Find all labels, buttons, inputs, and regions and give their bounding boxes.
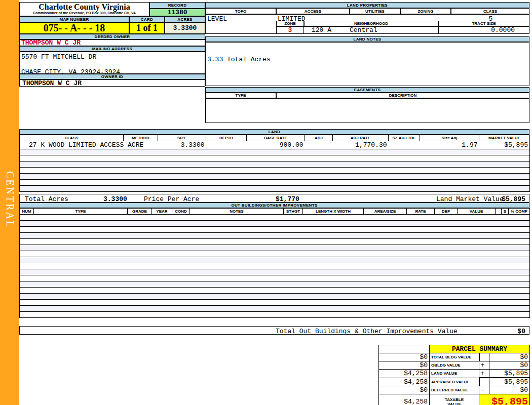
total-acres-value: 3.3300	[103, 195, 127, 203]
ps-value-total-bldg: $0	[489, 353, 530, 361]
ps-prior-land: $4,258	[379, 370, 430, 378]
land-col-adj: ADJ	[305, 135, 333, 141]
empty-row	[20, 180, 530, 186]
land-data-row: 27 K WOOD LIMITED ACCESS ACRE 3.3300 900…	[20, 141, 530, 149]
out-buildings-table: NUM TYPE GRADE YEAR COND NOTES STHGT LEN…	[19, 208, 530, 318]
ps-label-total-bldg: TOTAL BLDG VALUE	[430, 353, 479, 361]
map-number-value: 075- - A- - - 18	[19, 22, 129, 34]
ps-label-obldg: OBLDG VALUE	[430, 361, 479, 370]
ob-col-sthgt: STHGT	[284, 209, 303, 215]
ob-col-cond: COND	[172, 209, 190, 215]
land-col-class: CLASS	[20, 135, 124, 141]
out-buildings-header-row: NUM TYPE GRADE YEAR COND NOTES STHGT LEN…	[20, 209, 530, 215]
ps-prior-total-bldg: $0	[379, 353, 430, 361]
acres-value: 3.3300	[165, 22, 205, 34]
easement-description-label: DESCRIPTION	[276, 93, 529, 98]
empty-row	[20, 221, 530, 227]
ps-label-taxable-line1: TAXABLE	[431, 397, 477, 402]
land-notes-box: 3.33 Total Acres	[205, 42, 529, 86]
ob-col-area-size: AREA/SIZE	[364, 209, 407, 215]
out-buildings-total-label: Total Out Buildings & Other Improvements…	[276, 328, 458, 335]
acres-label: ACRES	[165, 16, 205, 22]
land-adj-rate-value: 1,770.30	[333, 141, 389, 149]
ps-value-taxable: $5,895	[479, 394, 530, 405]
empty-row	[20, 300, 530, 306]
land-col-base-rate: BASE RATE	[247, 135, 305, 141]
ps-op-land: +	[479, 370, 489, 378]
ob-col-dep: DEP	[435, 209, 458, 215]
land-col-depth: DEPTH	[206, 135, 247, 141]
card-label: CARD	[129, 16, 165, 22]
ob-col-value: VALUE	[458, 209, 496, 215]
card-value: 1 of 1	[129, 22, 165, 34]
access-label: ACCESS	[276, 8, 350, 14]
record-label: RECORD	[149, 2, 205, 9]
ob-col-s: S	[502, 209, 509, 215]
ob-col-type: TYPE	[34, 209, 128, 215]
land-depth-value	[206, 141, 247, 149]
land-base-rate-value: 900.00	[247, 141, 305, 149]
empty-row	[20, 251, 530, 257]
ps-label-deferred: DEFERRED VALUE	[430, 386, 479, 394]
land-market-value: $5,895	[479, 141, 530, 149]
ps-row-total-bldg: $0 TOTAL BLDG VALUE $0	[379, 353, 530, 361]
ob-col-pct-comp: % COMP	[509, 209, 530, 215]
empty-row	[20, 155, 530, 161]
land-table-title: LAND	[19, 129, 529, 135]
empty-row	[20, 168, 530, 174]
ps-prior-deferred: $0	[379, 386, 430, 394]
land-sz-adj-tbl-value	[389, 141, 420, 149]
address-line-1: 5570 FT MITCHELL DR	[21, 53, 205, 61]
land-note: 3.33 Total Acres	[207, 56, 529, 63]
ps-label-taxable: TAXABLE VALUE	[430, 394, 479, 405]
district-label: CENTRAL	[4, 171, 16, 228]
empty-row	[20, 227, 530, 233]
ps-value-land: $5,895	[489, 370, 530, 378]
empty-row	[20, 174, 530, 180]
ps-row-taxable: $4,258 TAXABLE VALUE $5,895	[379, 394, 530, 405]
empty-row	[20, 312, 530, 318]
ob-col-num: NUM	[20, 209, 34, 215]
land-col-size-adj: Size Adj	[420, 135, 479, 141]
empty-row	[20, 186, 530, 192]
empty-row	[20, 288, 530, 294]
ps-prior-appraised: $4,258	[379, 378, 430, 386]
out-buildings-title: OUT BUILDINGS/OTHER IMPROVEMENTS	[19, 202, 529, 208]
county-title: Charlotte County Virginia	[20, 3, 149, 11]
land-totals-row: Total Acres 3.3300 Price Per Acre $1,770…	[19, 194, 529, 202]
parcel-summary-header: PARCEL SUMMARY	[379, 345, 530, 353]
tract-size-value: 0.0000	[438, 26, 529, 34]
empty-row	[20, 161, 530, 168]
zoning-label: ZONING	[400, 8, 451, 14]
ps-prior-obldg: $0	[379, 361, 430, 370]
ob-col-rate: RATE	[407, 209, 435, 215]
ps-row-obldg: $0 OBLDG VALUE + $0	[379, 361, 530, 370]
neighborhood-name: Central	[350, 27, 377, 33]
neighborhood-label: NEIGHBORHOOD	[304, 21, 438, 26]
ob-col-grade: GRADE	[128, 209, 152, 215]
record-number: 11380	[149, 9, 205, 16]
ps-op-obldg: +	[479, 361, 489, 370]
easements-box	[205, 98, 529, 123]
ps-op-total-bldg	[479, 353, 489, 361]
price-per-acre-value: $1,770	[276, 195, 299, 203]
easements-title: EASEMENTS	[205, 87, 529, 93]
utilities-label: UTILITIES	[350, 8, 400, 14]
map-number-label: MAP NUMBER	[19, 16, 129, 22]
price-per-acre-label: Price Per Acre	[144, 195, 199, 203]
mailing-address-box: 5570 FT MITCHELL DR CHASE CITY, VA 23924…	[19, 52, 205, 74]
out-buildings-total-row: Total Out Buildings & Other Improvements…	[19, 326, 529, 335]
ps-row-deferred: $0 DEFERRED VALUE - $0	[379, 386, 530, 394]
county-header: Charlotte County Virginia Commissioner o…	[19, 2, 149, 16]
ps-row-appraised: $4,258 APPRAISED VALUE $5,895	[379, 378, 530, 386]
land-class-value: 27 K WOOD LIMITED ACCESS ACRE	[20, 141, 158, 149]
empty-row	[20, 269, 530, 275]
empty-row	[20, 233, 530, 239]
ob-col-length-width: LENGTH X WIDTH	[303, 209, 364, 215]
neighborhood-code: 120 A	[312, 27, 331, 33]
class-label: CLASS	[451, 8, 529, 14]
owner-id-label: OWNER ID	[19, 74, 205, 79]
empty-row	[20, 275, 530, 281]
topo-label: TOPO	[205, 8, 276, 14]
land-size-adj-value: 1.97	[420, 141, 479, 149]
